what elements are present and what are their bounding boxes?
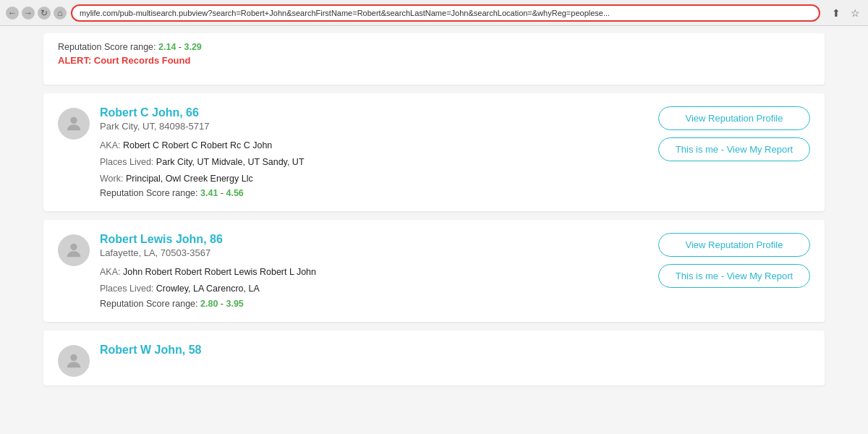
top-reputation-score: Reputation Score range: 2.14 - 3.29 — [58, 42, 810, 52]
top-partial-card: Reputation Score range: 2.14 - 3.29 ALER… — [43, 33, 825, 85]
work-label-1: Work: — [100, 174, 123, 184]
person-name-1: Robert C John, 66 — [100, 106, 644, 119]
score-max-2: 3.95 — [226, 299, 243, 309]
person-name-3: Robert W John, 58 — [100, 344, 810, 357]
places-label-2: Places Lived: — [100, 284, 153, 294]
work-row-1: Work: Principal, Owl Creek Energy Llc — [100, 172, 644, 186]
top-score-label: Reputation Score range: — [58, 42, 156, 52]
card-left-2: Robert Lewis John, 86 Lafayette, LA, 705… — [58, 233, 644, 309]
browser-controls: ← → ↻ ⌂ — [6, 7, 67, 20]
svg-point-1 — [70, 244, 77, 250]
work-value-1: Principal, Owl Creek Energy Llc — [126, 174, 253, 184]
card-info-1: Robert C John, 66 Park City, UT, 84098-5… — [100, 106, 644, 198]
score-max-1: 4.56 — [226, 188, 243, 198]
top-score-min: 2.14 — [158, 42, 176, 52]
places-row-1: Places Lived: Park City, UT Midvale, UT … — [100, 156, 644, 169]
places-label-1: Places Lived: — [100, 157, 153, 167]
back-button[interactable]: ← — [6, 7, 19, 20]
refresh-button[interactable]: ↻ — [38, 7, 51, 20]
score-min-1: 3.41 — [200, 188, 218, 198]
card-actions-1: View Reputation Profile This is me - Vie… — [658, 106, 810, 161]
svg-point-0 — [70, 117, 77, 124]
person-location-2: Lafayette, LA, 70503-3567 — [100, 247, 644, 258]
forward-button[interactable]: → — [22, 7, 35, 20]
svg-point-2 — [70, 354, 77, 360]
avatar-2 — [58, 234, 90, 266]
person-name-2: Robert Lewis John, 86 — [100, 233, 644, 246]
person-location-1: Park City, UT, 84098-5717 — [100, 121, 644, 132]
score-label-2: Reputation Score range: — [100, 299, 198, 309]
aka-row-1: AKA: Robert C Robert C Robert Rc C John — [100, 139, 644, 153]
this-is-me-btn-2[interactable]: This is me - View My Report — [658, 264, 810, 288]
avatar-1 — [58, 108, 90, 140]
bookmark-button[interactable]: ☆ — [848, 6, 862, 20]
address-bar[interactable] — [71, 4, 820, 22]
card-info-2: Robert Lewis John, 86 Lafayette, LA, 705… — [100, 233, 644, 309]
view-reputation-btn-2[interactable]: View Reputation Profile — [658, 233, 810, 257]
reputation-score-2: Reputation Score range: 2.80 - 3.95 — [100, 299, 644, 309]
score-min-2: 2.80 — [200, 299, 218, 309]
places-value-2: Crowley, LA Carencro, LA — [156, 284, 260, 294]
aka-label-2: AKA: — [100, 267, 121, 277]
places-value-1: Park City, UT Midvale, UT Sandy, UT — [156, 157, 305, 167]
result-card-2: Robert Lewis John, 86 Lafayette, LA, 705… — [43, 220, 825, 322]
page-content: Reputation Score range: 2.14 - 3.29 ALER… — [0, 26, 868, 434]
aka-row-2: AKA: John Robert Robert Robert Lewis Rob… — [100, 265, 644, 279]
browser-actions: ⬆ ☆ — [829, 6, 862, 20]
top-score-max: 3.29 — [184, 42, 201, 52]
browser-chrome: ← → ↻ ⌂ ⬆ ☆ — [0, 0, 868, 26]
result-card-3-partial: Robert W John, 58 — [43, 331, 825, 386]
share-button[interactable]: ⬆ — [829, 6, 843, 20]
result-card-1: Robert C John, 66 Park City, UT, 84098-5… — [43, 93, 825, 211]
alert-text: ALERT: Court Records Found — [58, 55, 810, 66]
aka-value-2: John Robert Robert Robert Lewis Robert L… — [123, 267, 316, 277]
this-is-me-btn-1[interactable]: This is me - View My Report — [658, 137, 810, 161]
view-reputation-btn-1[interactable]: View Reputation Profile — [658, 106, 810, 130]
card-info-3: Robert W John, 58 — [100, 344, 810, 358]
score-label-1: Reputation Score range: — [100, 188, 198, 198]
card-left-1: Robert C John, 66 Park City, UT, 84098-5… — [58, 106, 644, 198]
card-actions-2: View Reputation Profile This is me - Vie… — [658, 233, 810, 288]
avatar-3 — [58, 345, 90, 377]
aka-value-1: Robert C Robert C Robert Rc C John — [123, 140, 272, 150]
aka-label-1: AKA: — [100, 140, 121, 150]
places-row-2: Places Lived: Crowley, LA Carencro, LA — [100, 282, 644, 296]
reputation-score-1: Reputation Score range: 3.41 - 4.56 — [100, 188, 644, 198]
home-button[interactable]: ⌂ — [54, 7, 67, 20]
address-bar-container — [71, 4, 820, 22]
